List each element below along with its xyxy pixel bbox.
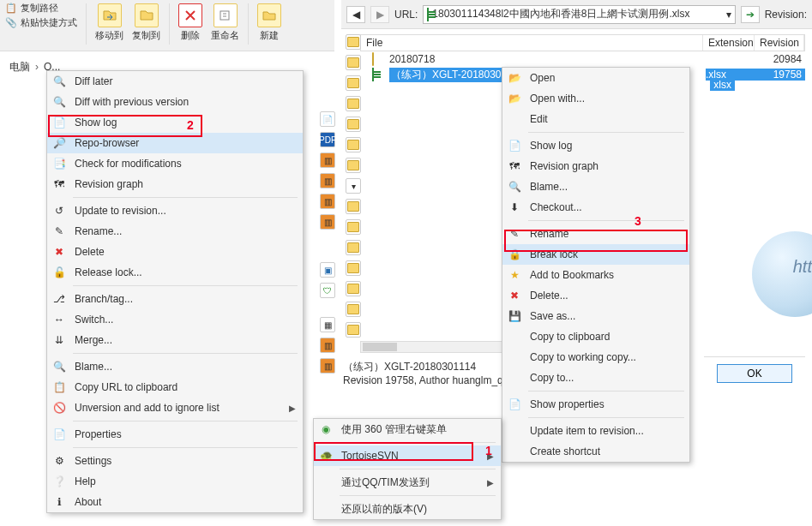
col-revision[interactable]: Revision bbox=[755, 35, 804, 51]
go-button[interactable]: ➔ bbox=[741, 6, 760, 23]
menu-show-log[interactable]: 📄Show log bbox=[47, 112, 303, 133]
url-label: URL: bbox=[394, 9, 418, 21]
properties-icon: 📄 bbox=[508, 397, 521, 411]
folder-icon[interactable] bbox=[346, 96, 361, 111]
check-icon: 📑 bbox=[52, 157, 66, 170]
file-rev: 19758 bbox=[757, 69, 805, 81]
archive-icon: ▥ bbox=[320, 214, 335, 230]
menu-open-with[interactable]: 📂Open with... bbox=[502, 88, 689, 109]
menu-update-rev[interactable]: ↺Update to revision... bbox=[47, 200, 303, 221]
menu-edit[interactable]: Edit bbox=[502, 109, 689, 129]
menu-add-bookmarks[interactable]: ★Add to Bookmarks bbox=[502, 265, 689, 285]
menu-rev-graph[interactable]: 🗺Revision graph bbox=[47, 174, 303, 194]
delete-button[interactable]: 删除 bbox=[178, 3, 202, 42]
folder-icon[interactable] bbox=[346, 219, 361, 235]
revision-label: Revision: bbox=[765, 9, 807, 21]
folder-icon[interactable] bbox=[346, 302, 361, 317]
menu-merge[interactable]: ⇊Merge... bbox=[47, 330, 303, 350]
menu-show-properties[interactable]: 📄Show properties bbox=[502, 394, 689, 415]
folder-icon[interactable] bbox=[346, 34, 361, 50]
menu-rename[interactable]: ✎Rename bbox=[502, 224, 689, 244]
menu-create-shortcut[interactable]: Create shortcut bbox=[502, 441, 689, 462]
url-input[interactable]: 180301114348l2中國內地和香港8日上網卡试测用例.xlsx ▾ bbox=[423, 5, 735, 24]
rename-button[interactable]: 重命名 bbox=[211, 3, 239, 42]
menu-copy-url[interactable]: 📋Copy URL to clipboard bbox=[47, 377, 303, 397]
nav-fwd-button[interactable]: ▶ bbox=[370, 6, 389, 23]
menu-save-as[interactable]: 💾Save as... bbox=[502, 306, 689, 326]
menu-unversion[interactable]: 🚫Unversion and add to ignore list▶ bbox=[47, 397, 303, 418]
menu-branch-tag[interactable]: ⎇Branch/tag... bbox=[47, 289, 303, 309]
gear-icon: ⚙ bbox=[52, 454, 66, 468]
ribbon-small-group: 📋复制路径 📎粘贴快捷方式 bbox=[0, 0, 82, 31]
menu-checkout[interactable]: ⬇Checkout... bbox=[502, 197, 689, 218]
menu-diff-prev[interactable]: 🔍Diff with previous version bbox=[47, 92, 303, 112]
menu-check-mods[interactable]: 📑Check for modifications bbox=[47, 153, 303, 174]
menu-blame[interactable]: 🔍Blame... bbox=[502, 176, 689, 197]
archive-icon: ▥ bbox=[320, 173, 335, 188]
menu-properties[interactable]: 📄Properties bbox=[47, 424, 303, 445]
repo-icon: 🔎 bbox=[52, 136, 66, 150]
annotation-label-3: 3 bbox=[635, 214, 641, 228]
folder-icon[interactable] bbox=[346, 158, 361, 173]
grid-row-folder[interactable]: 20180718 20984 bbox=[360, 51, 805, 67]
svg-rect-0 bbox=[220, 11, 229, 20]
menu-qq-tim[interactable]: 通过QQ/TIM发送到▶ bbox=[314, 472, 501, 493]
file-name: 20180718 bbox=[389, 53, 706, 65]
col-extension[interactable]: Extension bbox=[703, 35, 755, 51]
save-icon: 💾 bbox=[508, 309, 521, 323]
copy-path-button[interactable]: 📋复制路径 bbox=[5, 2, 77, 15]
menu-rev-graph[interactable]: 🗺Revision graph bbox=[502, 156, 689, 176]
explorer-context-menu: ◉使用 360 管理右键菜单 🐢TortoiseSVN▶ 通过QQ/TIM发送到… bbox=[313, 418, 502, 520]
dropdown-icon[interactable]: ▾ bbox=[726, 9, 731, 21]
menu-show-log[interactable]: 📄Show log bbox=[502, 135, 689, 156]
move-to-button[interactable]: 移动到 bbox=[95, 3, 123, 42]
unlock-icon: 🔓 bbox=[52, 266, 66, 279]
checkout-icon: ⬇ bbox=[508, 200, 521, 214]
menu-delete[interactable]: ✖Delete... bbox=[502, 285, 689, 306]
menu-settings[interactable]: ⚙Settings bbox=[47, 451, 303, 471]
properties-icon: 📄 bbox=[52, 427, 66, 441]
nav-back-button[interactable]: ◀ bbox=[346, 6, 365, 23]
folder-icon[interactable] bbox=[346, 240, 361, 255]
menu-rename[interactable]: ✎Rename... bbox=[47, 221, 303, 242]
update-icon: ↺ bbox=[52, 204, 66, 218]
doc-icon: 📄 bbox=[320, 111, 335, 127]
folder-icon[interactable] bbox=[346, 117, 361, 132]
menu-copy-to[interactable]: Copy to... bbox=[502, 368, 689, 388]
lock-icon: 🔒 bbox=[508, 248, 521, 261]
file-rev: 20984 bbox=[757, 53, 805, 65]
menu-repo-browser[interactable]: 🔎Repo-browser bbox=[47, 133, 303, 153]
delete-icon: ✖ bbox=[508, 289, 521, 302]
menu-360-manage[interactable]: ◉使用 360 管理右键菜单 bbox=[314, 419, 501, 439]
menu-blame[interactable]: 🔍Blame... bbox=[47, 356, 303, 377]
folder-icon[interactable] bbox=[346, 75, 361, 91]
menu-switch[interactable]: ↔Switch... bbox=[47, 309, 303, 330]
folder-icon[interactable] bbox=[346, 55, 361, 70]
submenu-arrow-icon: ▶ bbox=[289, 403, 296, 413]
folder-icon[interactable] bbox=[346, 281, 361, 296]
menu-diff-later[interactable]: 🔍Diff later bbox=[47, 71, 303, 92]
archive-icon: ▥ bbox=[320, 194, 335, 209]
chevron-down-icon[interactable]: ▾ bbox=[346, 178, 361, 194]
paste-shortcut-button[interactable]: 📎粘贴快捷方式 bbox=[5, 16, 77, 29]
menu-delete[interactable]: ✖Delete bbox=[47, 242, 303, 262]
menu-help[interactable]: ❔Help bbox=[47, 471, 303, 492]
copy-to-button[interactable]: 复制到 bbox=[132, 3, 160, 42]
menu-copy-wc[interactable]: Copy to working copy... bbox=[502, 347, 689, 368]
folder-icon[interactable] bbox=[346, 199, 361, 214]
menu-update-item-rev[interactable]: Update item to revision... bbox=[502, 421, 689, 441]
col-file[interactable]: File bbox=[361, 35, 703, 51]
menu-copy-clipboard[interactable]: Copy to clipboard bbox=[502, 326, 689, 347]
menu-break-lock[interactable]: 🔒Break lock bbox=[502, 244, 689, 265]
menu-tortoisesvn[interactable]: 🐢TortoiseSVN▶ bbox=[314, 445, 501, 466]
explorer-ribbon: 📋复制路径 📎粘贴快捷方式 移动到 复制到 删除 重命名 新建 bbox=[0, 0, 334, 51]
folder-icon[interactable] bbox=[346, 322, 361, 338]
menu-release-lock[interactable]: 🔓Release lock... bbox=[47, 262, 303, 283]
menu-about[interactable]: ℹAbout bbox=[47, 492, 303, 512]
menu-open[interactable]: 📂Open bbox=[502, 68, 689, 88]
menu-restore-prev[interactable]: 还原以前的版本(V) bbox=[314, 499, 501, 519]
folder-icon[interactable] bbox=[346, 137, 361, 152]
new-folder-button[interactable]: 新建 bbox=[257, 3, 281, 42]
folder-icon[interactable] bbox=[346, 260, 361, 276]
ok-button[interactable]: OK bbox=[717, 364, 792, 383]
